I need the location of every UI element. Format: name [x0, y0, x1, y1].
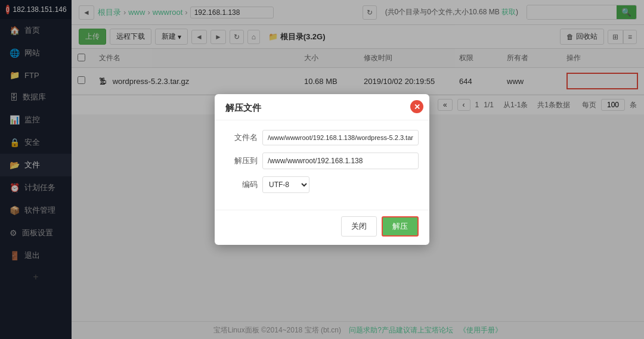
- encoding-row: 编码 UTF-8 GBK GB2312: [225, 176, 419, 193]
- encoding-label: 编码: [225, 179, 258, 190]
- dialog-footer: 关闭 解压: [215, 210, 429, 245]
- dialog-title: 解压文件: [215, 94, 429, 120]
- encoding-select[interactable]: UTF-8 GBK GB2312: [262, 176, 309, 193]
- extract-button[interactable]: 解压: [382, 216, 419, 237]
- filename-input[interactable]: [262, 130, 419, 145]
- extract-dialog: 解压文件 ✕ 文件名 解压到 编码 UTF-8 GBK GB2312 关闭: [215, 94, 429, 245]
- extract-to-input[interactable]: [262, 153, 419, 169]
- extract-to-row: 解压到: [225, 153, 419, 169]
- extract-to-label: 解压到: [225, 155, 258, 166]
- filename-row: 文件名: [225, 130, 419, 145]
- cancel-button[interactable]: 关闭: [341, 216, 377, 237]
- dialog-close-button[interactable]: ✕: [410, 100, 423, 113]
- filename-label: 文件名: [225, 132, 258, 143]
- dialog-body: 文件名 解压到 编码 UTF-8 GBK GB2312: [215, 120, 429, 210]
- dialog-overlay[interactable]: 解压文件 ✕ 文件名 解压到 编码 UTF-8 GBK GB2312 关闭: [0, 0, 644, 339]
